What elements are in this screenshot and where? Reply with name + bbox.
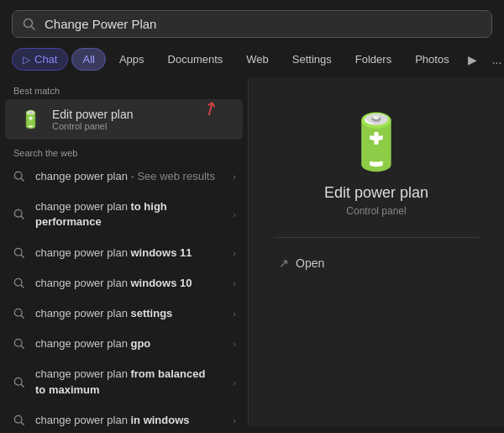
chevron-right-icon-4: › [233, 278, 236, 288]
apps-tab-label: Apps [119, 53, 144, 66]
red-arrow-icon: ↗ [198, 95, 223, 122]
search-bar[interactable] [12, 10, 492, 38]
folders-tab-label: Folders [355, 53, 391, 66]
web-result-item[interactable]: change power plan windows 11 › [0, 238, 248, 268]
web-result-item[interactable]: change power plan to highperformance › [0, 192, 248, 237]
web-result-item[interactable]: change power plan in windows › [0, 405, 248, 426]
right-panel-icon: 🔋 [343, 111, 410, 174]
web-result-text-4: change power plan windows 10 [35, 276, 224, 291]
search-web-icon-7 [12, 375, 27, 390]
search-icon [23, 18, 36, 31]
tabs-overflow: ▶ ... b [463, 50, 504, 70]
settings-tab-label: Settings [292, 53, 332, 66]
tab-chat[interactable]: ▷ Chat [12, 48, 68, 71]
tab-settings[interactable]: Settings [282, 49, 342, 70]
web-result-text-8: change power plan in windows [35, 413, 224, 426]
open-button[interactable]: ↗ Open [265, 251, 338, 275]
search-bar-container [0, 0, 504, 45]
right-panel-divider [274, 237, 478, 238]
best-match-subtitle: Control panel [52, 121, 134, 131]
right-panel: 🔋 Edit power plan Control panel ↗ Open [248, 77, 504, 426]
open-label: Open [296, 256, 324, 270]
chevron-right-icon-2: › [233, 209, 236, 219]
best-match-icon: 🔋 [17, 106, 44, 133]
tab-photos[interactable]: Photos [405, 49, 459, 70]
chevron-right-icon-7: › [233, 378, 236, 388]
web-result-text-5: change power plan settings [35, 306, 224, 321]
search-web-icon-4 [12, 276, 27, 291]
tab-all[interactable]: All [71, 48, 105, 71]
more-button[interactable]: ... [487, 50, 504, 70]
chevron-right-icon-5: › [233, 309, 236, 319]
tab-apps[interactable]: Apps [109, 49, 155, 70]
photos-tab-label: Photos [415, 53, 449, 66]
chevron-right-icon-6: › [233, 339, 236, 349]
tabs-row: ▷ Chat All Apps Documents Web Settings F… [0, 45, 504, 77]
play-button[interactable]: ▶ [463, 50, 482, 70]
svg-line-9 [21, 285, 24, 288]
tab-folders[interactable]: Folders [345, 49, 402, 70]
search-web-icon-5 [12, 306, 27, 321]
search-web-icon-8 [12, 413, 27, 426]
open-icon: ↗ [279, 256, 289, 270]
best-match-title: Edit power plan [52, 108, 134, 121]
web-result-item[interactable]: change power plan windows 10 › [0, 268, 248, 298]
web-result-text-2: change power plan to highperformance [35, 199, 224, 230]
chat-tab-icon: ▷ [23, 54, 30, 66]
svg-line-1 [32, 26, 35, 29]
best-match-text: Edit power plan Control panel [52, 108, 134, 131]
chevron-right-icon-8: › [233, 415, 236, 425]
svg-line-5 [21, 217, 24, 219]
tab-documents[interactable]: Documents [158, 49, 234, 70]
tab-web[interactable]: Web [236, 49, 279, 70]
web-result-item[interactable]: change power plan from balancedto maximu… [0, 359, 248, 404]
right-panel-title: Edit power plan [324, 184, 428, 202]
search-web-label: Search the web [0, 140, 248, 161]
svg-line-13 [21, 346, 24, 348]
web-result-text-7: change power plan from balancedto maximu… [35, 367, 224, 397]
web-result-text-3: change power plan windows 11 [35, 246, 224, 261]
left-panel: Best match 🔋 Edit power plan Control pan… [0, 77, 248, 426]
all-tab-label: All [82, 53, 94, 66]
web-result-text-6: change power plan gpo [35, 336, 224, 351]
chat-tab-label: Chat [34, 53, 57, 66]
web-result-item[interactable]: change power plan - See web results › [0, 161, 248, 192]
svg-line-15 [21, 384, 24, 387]
search-input[interactable] [45, 17, 481, 31]
svg-line-3 [21, 178, 24, 181]
right-panel-subtitle: Control panel [346, 205, 406, 217]
web-result-item[interactable]: change power plan settings › [0, 298, 248, 329]
svg-line-17 [21, 422, 24, 425]
search-web-icon-6 [12, 336, 27, 351]
main-content: Best match 🔋 Edit power plan Control pan… [0, 77, 504, 426]
web-result-item[interactable]: change power plan gpo › [0, 329, 248, 359]
documents-tab-label: Documents [168, 53, 223, 66]
search-web-icon-2 [12, 207, 27, 222]
best-match-item[interactable]: 🔋 Edit power plan Control panel ↗ [5, 99, 243, 140]
web-result-text: change power plan - See web results [35, 169, 224, 184]
chevron-right-icon: › [233, 172, 236, 182]
web-tab-label: Web [246, 53, 269, 66]
svg-line-11 [21, 315, 24, 318]
search-web-icon-3 [12, 246, 27, 261]
svg-line-7 [21, 255, 24, 257]
search-web-icon [12, 169, 27, 184]
chevron-right-icon-3: › [233, 248, 236, 258]
